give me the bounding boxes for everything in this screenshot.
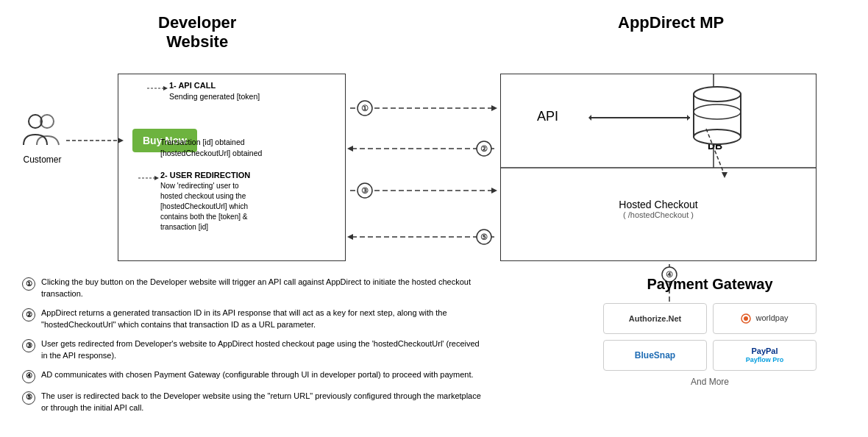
payment-logos-grid: Authorize.Net worldpay BlueSnap PayPal P…: [603, 303, 817, 371]
customer-label: Customer: [22, 154, 63, 165]
legend-num-4: ④: [22, 370, 35, 383]
appdirect-outer-box: [500, 74, 817, 261]
svg-text:②: ②: [480, 144, 488, 153]
worldpay-logo: worldpay: [713, 303, 817, 334]
svg-text:⑤: ⑤: [480, 232, 488, 241]
svg-point-40: [744, 316, 748, 321]
svg-marker-5: [163, 86, 168, 90]
svg-marker-32: [347, 234, 353, 240]
svg-point-29: [357, 183, 372, 198]
api-call-section: 1- API CALL Sending generated [token]: [169, 81, 302, 102]
redirect-title: 2- USER REDIRECTION: [160, 171, 296, 180]
page-container: DeveloperWebsite AppDirect MP Customer B…: [0, 0, 868, 437]
legend-item-1: ① Clicking the buy button on the Develop…: [22, 277, 485, 300]
svg-text:①: ①: [361, 104, 369, 113]
legend-item-5: ⑤ The user is redirected back to the Dev…: [22, 391, 485, 414]
transaction-text: Transaction [id] obtained[hostedCheckout…: [160, 137, 289, 159]
svg-point-11: [694, 87, 741, 102]
svg-marker-24: [347, 146, 353, 152]
legend-item-2: ② AppDirect returns a generated transact…: [22, 308, 485, 331]
legend-num-1: ①: [22, 277, 35, 291]
api-call-text: Sending generated [token]: [169, 91, 302, 102]
legend-num-3: ③: [22, 339, 35, 352]
svg-point-25: [477, 141, 491, 156]
customer-icon: [22, 114, 63, 152]
legend-area: ① Clicking the buy button on the Develop…: [22, 277, 485, 422]
redirect-text: Now 'redirecting' user tohosted checkout…: [160, 181, 296, 232]
legend-text-3: User gets redirected from Developer's we…: [41, 338, 485, 362]
legend-item-3: ③ User gets redirected from Developer's …: [22, 338, 485, 362]
legend-text-4: AD communicates with chosen Payment Gate…: [41, 369, 485, 381]
svg-point-21: [357, 101, 372, 116]
svg-marker-28: [491, 188, 497, 193]
svg-marker-20: [491, 105, 497, 111]
api-call-title: 1- API CALL: [169, 81, 302, 90]
dev-website-title: DeveloperWebsite: [158, 13, 236, 51]
payment-gateway-section: Payment Gateway Authorize.Net worldpay B…: [603, 276, 817, 387]
svg-marker-7: [154, 176, 159, 180]
legend-text-2: AppDirect returns a generated transactio…: [41, 308, 485, 331]
redirect-section: 2- USER REDIRECTION Now 'redirecting' us…: [160, 171, 296, 232]
db-cylinder: [691, 81, 739, 140]
customer-area: Customer: [22, 114, 63, 165]
payment-gateway-title: Payment Gateway: [603, 276, 817, 293]
legend-text-5: The user is redirected back to the Devel…: [41, 391, 485, 414]
db-area: DB: [691, 81, 739, 152]
svg-point-13: [694, 129, 741, 144]
paypal-logo: PayPal Payflow Pro: [713, 340, 817, 371]
bluesnap-logo: BlueSnap: [603, 340, 707, 371]
authorize-net-logo: Authorize.Net: [603, 303, 707, 334]
svg-text:③: ③: [361, 186, 369, 195]
api-label: API: [537, 109, 558, 124]
legend-item-4: ④ AD communicates with chosen Payment Ga…: [22, 369, 485, 383]
and-more-label: And More: [603, 377, 817, 387]
svg-point-33: [477, 230, 491, 244]
hosted-checkout-label: Hosted Checkout ( /hostedCheckout ): [552, 199, 765, 219]
legend-num-2: ②: [22, 308, 35, 321]
appdirect-title: AppDirect MP: [618, 13, 724, 32]
legend-text-1: Clicking the buy button on the Developer…: [41, 277, 485, 300]
transaction-section: Transaction [id] obtained[hostedCheckout…: [160, 137, 289, 159]
legend-num-5: ⑤: [22, 391, 35, 405]
